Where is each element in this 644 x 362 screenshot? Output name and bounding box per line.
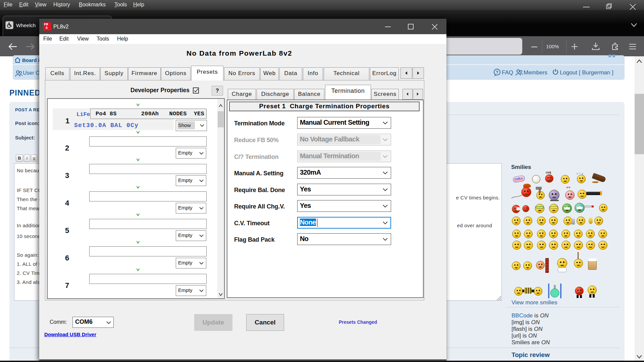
svg-text:?: ? — [496, 70, 498, 75]
